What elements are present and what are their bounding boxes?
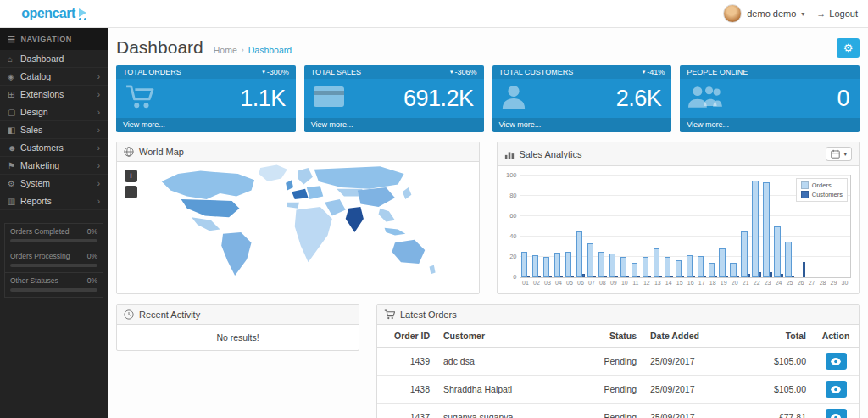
- order-date-added: 25/09/2017: [643, 348, 737, 376]
- sidebar-item-label: Dashboard: [20, 53, 64, 64]
- logo[interactable]: opencart: [0, 0, 108, 27]
- customers-bar: [682, 276, 684, 277]
- progress-bar: [10, 239, 97, 242]
- sidebar-item-label: Design: [20, 107, 48, 117]
- sidebar-item-label: Catalog: [20, 71, 51, 81]
- puzzle-icon: ⊞: [8, 90, 20, 99]
- order-status: Pending: [567, 404, 643, 418]
- logout-icon: →: [816, 8, 826, 19]
- tile-total-customers: TOTAL CUSTOMERS▾-41%2.6KView more...: [492, 65, 672, 132]
- latest-orders-title: Latest Orders: [400, 309, 457, 320]
- sidebar-item-label: Marketing: [20, 160, 59, 170]
- view-order-button[interactable]: [826, 353, 847, 370]
- recent-activity-title: Recent Activity: [139, 309, 200, 320]
- sidebar-item-catalog[interactable]: ◈Catalog›: [0, 68, 108, 86]
- orders-bar: [676, 260, 682, 277]
- user-menu[interactable]: demo demo ▾: [723, 4, 804, 23]
- credit-card-icon: [313, 85, 345, 112]
- tile-view-more-link[interactable]: View more...: [116, 118, 296, 132]
- chevron-right-icon: ›: [97, 72, 100, 81]
- column-header-status: Status: [567, 325, 643, 348]
- sidebar-item-design[interactable]: ▢Design›: [0, 103, 108, 121]
- orders-bar: [587, 243, 593, 277]
- customers-bar: [560, 276, 563, 277]
- customers-bar: [770, 272, 772, 277]
- order-customer: suganya suganya: [437, 404, 567, 418]
- map-zoom-in-button[interactable]: +: [125, 170, 137, 182]
- sidebar-item-extensions[interactable]: ⊞Extensions›: [0, 86, 108, 103]
- map-zoom-out-button[interactable]: −: [125, 186, 137, 198]
- caret-down-icon: ▾: [450, 69, 453, 75]
- flag-icon: ⚑: [8, 161, 20, 170]
- cart-icon: [125, 84, 155, 113]
- order-total: £77.81: [737, 404, 813, 418]
- customers-bar: [704, 276, 706, 277]
- world-map-panel: World Map + −: [116, 142, 480, 294]
- sidebar-item-sales[interactable]: ◧Sales›: [0, 121, 108, 139]
- cart-logo-icon: [79, 8, 86, 20]
- world-map-title: World Map: [139, 147, 184, 157]
- sidebar-item-dashboard[interactable]: ⌂Dashboard: [0, 50, 108, 68]
- sidebar-item-system[interactable]: ⚙System›: [0, 175, 108, 192]
- display-icon: ▢: [8, 108, 20, 117]
- tile-view-more-link[interactable]: View more...: [304, 118, 484, 132]
- settings-button[interactable]: ⚙: [837, 38, 860, 58]
- view-order-button[interactable]: [826, 381, 847, 398]
- world-map[interactable]: [117, 162, 479, 289]
- breadcrumb-home-link[interactable]: Home: [214, 45, 237, 55]
- people-icon: [688, 85, 722, 112]
- tag-icon: ◈: [8, 72, 20, 81]
- menu-icon: ☰: [8, 35, 15, 44]
- tile-title: TOTAL ORDERS: [123, 68, 181, 76]
- page-header: Dashboard Home › Dashboard ⚙: [116, 28, 860, 65]
- order-date-added: 25/09/2017: [643, 376, 737, 404]
- breadcrumb-dashboard-link[interactable]: Dashboard: [248, 45, 292, 55]
- person-icon: [501, 84, 526, 113]
- orders-bar: [774, 226, 780, 277]
- stat-tiles: TOTAL ORDERS▾-300%1.1KView more...TOTAL …: [116, 65, 860, 132]
- cart-icon: ◧: [8, 125, 20, 135]
- chevron-down-icon: ▾: [801, 10, 804, 18]
- legend-label: Customers: [812, 190, 843, 199]
- column-header-date-added: Date Added: [643, 325, 737, 348]
- sidebar-item-label: Extensions: [20, 89, 64, 99]
- column-header-order-id: Order ID: [377, 325, 437, 348]
- sales-analytics-title: Sales Analytics: [520, 149, 582, 159]
- customers-bar: [626, 276, 629, 277]
- order-row: 1437suganya suganyaPending25/09/2017£77.…: [377, 404, 859, 418]
- top-header: opencart demo demo ▾ → Logout: [0, 0, 868, 28]
- customers-bar: [726, 276, 728, 277]
- tile-title: TOTAL CUSTOMERS: [499, 68, 574, 76]
- orders-bar: [709, 263, 715, 277]
- tile-view-more-link[interactable]: View more...: [492, 118, 672, 132]
- calendar-dropdown-button[interactable]: ▾: [826, 147, 852, 161]
- sidebar-stat-orders-completed: Orders Completed0%: [4, 223, 103, 248]
- tile-value: 1.1K: [240, 86, 286, 112]
- legend-label: Orders: [812, 181, 832, 190]
- navigation-header: ☰ NAVIGATION: [0, 28, 108, 50]
- customers-bar: [593, 276, 596, 277]
- sidebar-item-marketing[interactable]: ⚑Marketing›: [0, 157, 108, 175]
- tile-delta: ▾-306%: [450, 68, 477, 76]
- sidebar-item-reports[interactable]: ▥Reports›: [0, 192, 108, 210]
- view-order-button[interactable]: [826, 409, 847, 418]
- sidebar-item-customers[interactable]: ☻Customers›: [0, 139, 108, 157]
- dashboard-icon: ⌂: [8, 54, 20, 64]
- orders-bar: [719, 248, 725, 277]
- customers-bar: [759, 272, 761, 277]
- logout-button[interactable]: → Logout: [816, 8, 858, 19]
- user-name: demo demo: [747, 8, 796, 19]
- tile-value: 0: [837, 86, 849, 112]
- tile-total-sales: TOTAL SALES▾-306%691.2KView more...: [304, 65, 484, 132]
- order-id: 1439: [377, 348, 437, 376]
- main-content: Dashboard Home › Dashboard ⚙ TOTAL ORDER…: [108, 28, 868, 418]
- stat-label: Orders Completed: [10, 227, 69, 236]
- progress-bar: [10, 264, 97, 267]
- order-customer: adc dsa: [437, 348, 567, 376]
- latest-orders-panel: Latest Orders Order IDCustomerStatusDate…: [376, 304, 860, 418]
- customers-bar: [803, 262, 805, 277]
- order-total: $105.00: [737, 376, 813, 404]
- column-header-total: Total: [737, 325, 813, 348]
- tile-view-more-link[interactable]: View more...: [680, 118, 860, 132]
- customers-bar: [715, 276, 717, 277]
